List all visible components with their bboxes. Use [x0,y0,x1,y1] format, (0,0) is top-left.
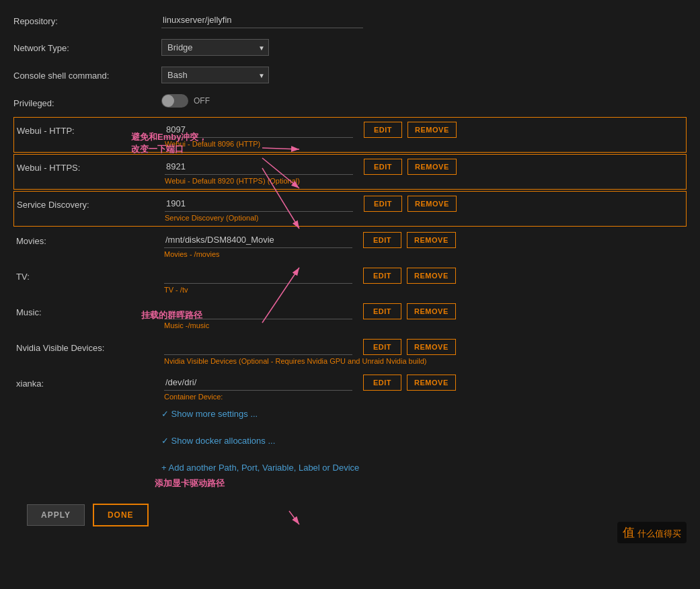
webui-http-hint: Webui - Default 8096 (HTTP) [165,140,683,148]
repository-label: Repository: [13,12,161,26]
music-input[interactable] [164,303,352,319]
xianka-edit-button[interactable]: EDIT [363,375,401,391]
music-label: Music: [16,303,164,317]
music-hint: Music -/music [164,321,684,329]
add-another-link[interactable]: + Add another Path, Port, Variable, Labe… [161,463,359,473]
nvidia-remove-button[interactable]: REMOVE [407,339,456,355]
webui-http-edit-button[interactable]: EDIT [364,122,402,138]
service-discovery-input[interactable] [165,196,353,212]
network-type-label: Network Type: [13,39,161,53]
nvidia-input[interactable] [164,339,352,355]
toggle-knob [162,95,174,107]
repository-input[interactable] [161,12,363,28]
music-edit-button[interactable]: EDIT [363,303,401,319]
show-more-settings-link[interactable]: ✓ Show more settings ... [161,409,258,419]
nvidia-hint: Nvidia Visible Devices (Optional - Requi… [164,357,684,365]
tv-hint: TV - /tv [164,286,684,294]
webui-http-label: Webui - HTTP: [17,122,165,136]
service-discovery-label: Service Discovery: [17,196,165,210]
apply-button[interactable]: APPLY [27,504,85,526]
webui-http-remove-button[interactable]: REMOVE [407,122,457,138]
service-discovery-remove-button[interactable]: REMOVE [407,196,457,212]
xianka-remove-button[interactable]: REMOVE [407,375,456,391]
movies-edit-button[interactable]: EDIT [363,232,401,248]
movies-label: Movies: [16,232,164,246]
watermark: 值什么值得买 [617,522,687,543]
webui-https-label: Webui - HTTPS: [17,159,165,173]
nvidia-label: Nvidia Visible Devices: [16,339,164,353]
privileged-toggle[interactable] [161,94,188,108]
done-button[interactable]: DONE [93,504,149,526]
webui-http-input[interactable] [165,122,353,138]
music-remove-button[interactable]: REMOVE [407,303,456,319]
webui-https-input[interactable] [165,159,353,175]
xianka-input[interactable] [164,375,352,391]
network-type-select[interactable]: Bridge [161,39,269,56]
xianka-hint: Container Device: [164,393,684,401]
tv-input[interactable] [164,268,352,284]
show-docker-allocations-link[interactable]: ✓ Show docker allocations ... [161,436,275,446]
webui-https-hint: Webui - Default 8920 (HTTPS) (Optional) [165,177,683,185]
tv-edit-button[interactable]: EDIT [363,268,401,284]
nvidia-edit-button[interactable]: EDIT [363,339,401,355]
movies-hint: Movies - /movies [164,250,684,258]
tv-remove-button[interactable]: REMOVE [407,268,456,284]
console-shell-label: Console shell command: [13,67,161,81]
service-discovery-edit-button[interactable]: EDIT [364,196,402,212]
bottom-bar: APPLY DONE [13,494,687,537]
xianka-label: xianka: [16,375,164,389]
webui-https-edit-button[interactable]: EDIT [364,159,402,175]
webui-https-remove-button[interactable]: REMOVE [407,159,457,175]
movies-remove-button[interactable]: REMOVE [407,232,456,248]
service-discovery-hint: Service Discovery (Optional) [165,214,683,222]
movies-input[interactable] [164,232,352,248]
console-shell-select[interactable]: Bash [161,67,269,83]
tv-label: TV: [16,268,164,282]
privileged-label: Privileged: [13,94,161,108]
privileged-status: OFF [194,96,210,106]
